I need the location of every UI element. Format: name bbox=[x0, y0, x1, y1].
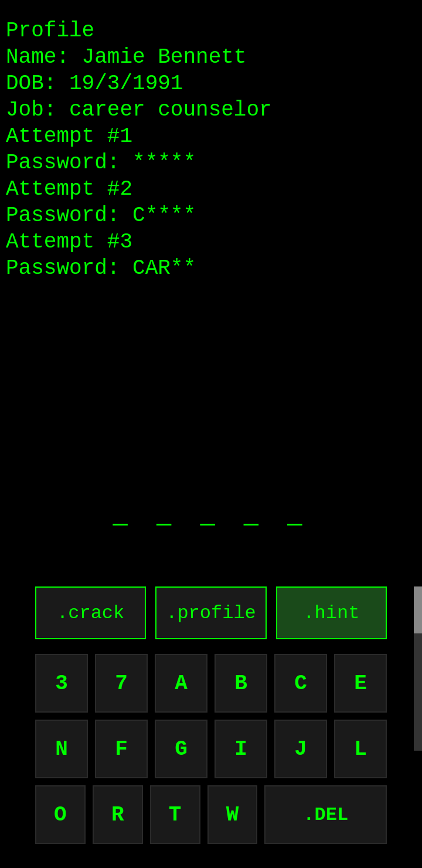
key-btn-7[interactable]: 7 bbox=[95, 654, 148, 713]
key-btn-c[interactable]: C bbox=[274, 654, 327, 713]
scrollbar[interactable] bbox=[414, 586, 422, 751]
command-buttons: .crack.profile.hint bbox=[0, 586, 422, 639]
key-btn-e[interactable]: E bbox=[334, 654, 387, 713]
key-btn-j[interactable]: J bbox=[274, 720, 327, 778]
key-btn-o[interactable]: O bbox=[35, 785, 86, 844]
cmd-btn-crack[interactable]: .crack bbox=[35, 586, 146, 639]
key-btn-dot-del[interactable]: .DEL bbox=[264, 785, 387, 844]
key-btn-i[interactable]: I bbox=[215, 720, 267, 778]
key-btn-w[interactable]: W bbox=[207, 785, 258, 844]
key-btn-g[interactable]: G bbox=[155, 720, 207, 778]
key-btn-b[interactable]: B bbox=[215, 654, 267, 713]
cmd-btn-hint[interactable]: .hint bbox=[276, 586, 387, 639]
keyboard-area: 37ABCENFGIJLORTW.DEL bbox=[0, 654, 422, 844]
password-placeholder: — — — — — bbox=[113, 510, 309, 538]
cmd-btn-profile[interactable]: .profile bbox=[155, 586, 266, 639]
key-btn-r[interactable]: R bbox=[93, 785, 143, 844]
scrollbar-thumb[interactable] bbox=[414, 586, 422, 633]
key-row-2: ORTW.DEL bbox=[35, 785, 387, 844]
key-btn-f[interactable]: F bbox=[95, 720, 148, 778]
key-btn-a[interactable]: A bbox=[155, 654, 207, 713]
key-btn-l[interactable]: L bbox=[334, 720, 387, 778]
password-display: — — — — — bbox=[0, 510, 422, 538]
key-btn-n[interactable]: N bbox=[35, 720, 88, 778]
key-btn-3[interactable]: 3 bbox=[35, 654, 88, 713]
key-row-1: NFGIJL bbox=[35, 720, 387, 778]
key-row-0: 37ABCE bbox=[35, 654, 387, 713]
terminal-output: Profile Name: Jamie Bennett DOB: 19/3/19… bbox=[0, 0, 422, 287]
key-btn-t[interactable]: T bbox=[150, 785, 200, 844]
